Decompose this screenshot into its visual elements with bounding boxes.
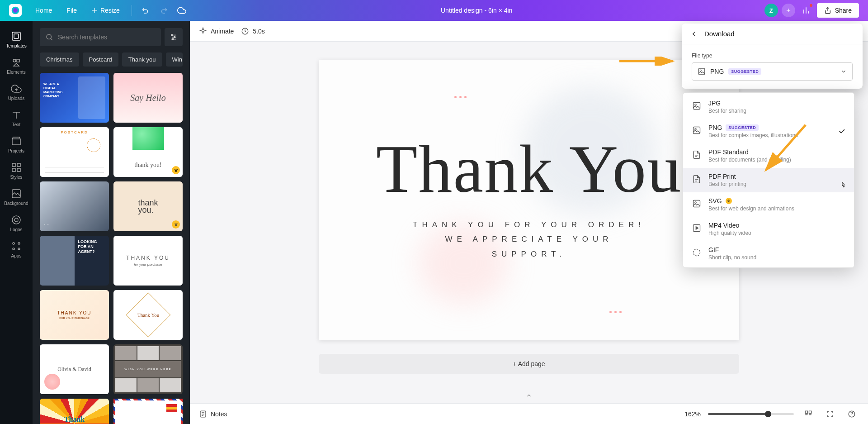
sidebar-item-apps[interactable]: Apps <box>0 236 33 262</box>
help-button[interactable] <box>844 407 859 421</box>
design-title[interactable]: Untitled design - 6in × 4in <box>441 7 512 14</box>
bottom-bar: Notes 162% <box>190 403 868 424</box>
svg-point-12 <box>12 216 20 224</box>
format-icon <box>691 100 702 111</box>
templates-grid: WE ARE ADIGITALMARKETINGCOMPANY Say Hell… <box>40 73 183 424</box>
notes-button[interactable]: Notes <box>199 410 227 418</box>
share-label: Share <box>835 7 852 14</box>
svg-point-4 <box>13 59 16 62</box>
template-thumb[interactable]: POSTCARD <box>40 127 109 177</box>
chip-thank-you[interactable]: Thank you <box>122 52 162 67</box>
canvas-body-text[interactable]: THANK YOU FOR YOUR ORDER! WE APPRECIATE … <box>413 218 645 262</box>
resize-button[interactable]: Resize <box>86 4 125 17</box>
dropdown-item-gif[interactable]: GIFShort clip, no sound <box>683 241 854 266</box>
sparkle-icon <box>199 27 207 35</box>
avatar[interactable]: Z <box>764 4 778 17</box>
annotation-arrow <box>619 57 678 66</box>
left-sidebar: Templates Elements Uploads Text Projects… <box>0 21 33 424</box>
zoom-value[interactable]: 162% <box>684 410 701 418</box>
duration-button[interactable]: 5.0s <box>241 27 264 35</box>
chip-winter[interactable]: Win <box>166 52 183 67</box>
undo-button[interactable] <box>138 3 153 18</box>
chip-christmas[interactable]: Christmas <box>40 52 79 67</box>
template-thumb[interactable]: ThankYou <box>40 399 109 424</box>
sidebar-label: Logos <box>10 227 22 232</box>
canva-logo[interactable] <box>9 4 22 17</box>
back-button[interactable] <box>690 30 698 38</box>
sidebar-item-styles[interactable]: Styles <box>0 157 33 184</box>
template-thumb[interactable]: Say Hello <box>113 73 183 123</box>
option-title: PDF Standard <box>708 148 749 156</box>
chip-postcard[interactable]: Postcard <box>83 52 118 67</box>
template-thumb[interactable]: THANK YOUfor your purchase <box>113 236 183 286</box>
sidebar-item-uploads[interactable]: Uploads <box>0 79 33 105</box>
file-button[interactable]: File <box>61 4 82 17</box>
template-thumb[interactable]: WE ARE ADIGITALMARKETINGCOMPANY <box>40 73 109 123</box>
svg-marker-6 <box>14 63 19 66</box>
sidebar-item-text[interactable]: Text <box>0 105 33 131</box>
dropdown-item-svg[interactable]: SVG♛Best for web design and animations <box>683 192 854 217</box>
text-line: WE APPRECIATE YOUR <box>413 232 645 247</box>
cloud-sync-icon[interactable] <box>175 3 189 18</box>
svg-rect-3 <box>14 34 19 38</box>
svg-point-16 <box>13 248 14 250</box>
search-box[interactable] <box>40 28 161 46</box>
share-button[interactable]: Share <box>817 3 859 18</box>
sidebar-item-logos[interactable]: Logos <box>0 210 33 236</box>
dropdown-item-mp4-video[interactable]: MP4 VideoHigh quality video <box>683 217 854 241</box>
cursor-pointer-icon <box>840 181 848 190</box>
sidebar-label: Uploads <box>8 96 25 101</box>
template-thumb[interactable]: THANK YOUFOR YOUR PURCHASE <box>40 290 109 340</box>
sidebar-item-templates[interactable]: Templates <box>0 26 33 52</box>
template-thumb[interactable]: Thank You <box>113 290 183 340</box>
slider-thumb[interactable] <box>765 411 771 417</box>
template-thumb[interactable]: thank you!♛ <box>113 127 183 177</box>
template-thumb[interactable] <box>113 399 183 424</box>
svg-point-26 <box>695 104 696 105</box>
grid-view-button[interactable] <box>801 407 816 421</box>
fullscreen-button[interactable] <box>823 407 837 421</box>
sidebar-label: Text <box>12 122 20 127</box>
template-thumb[interactable]: WISH YOU WERE HERE <box>113 344 183 394</box>
dropdown-item-jpg[interactable]: JPGBest for sharing <box>683 95 854 119</box>
svg-point-18 <box>47 34 52 39</box>
option-desc: High quality video <box>708 230 846 236</box>
option-desc: Best for sharing <box>708 108 846 114</box>
download-panel: Download File type PNG SUGGESTED <box>682 24 863 89</box>
add-page-button[interactable]: + Add page <box>319 354 739 374</box>
insights-button[interactable] <box>799 3 813 18</box>
crown-icon: ♛ <box>726 198 732 204</box>
template-thumb[interactable]: thankyou.♛ <box>113 181 183 231</box>
option-desc: Short clip, no sound <box>708 254 846 261</box>
sidebar-item-elements[interactable]: Elements <box>0 52 33 79</box>
sidebar-item-background[interactable]: Background <box>0 184 33 210</box>
svg-rect-29 <box>693 200 700 207</box>
design-canvas[interactable]: Thank You THANK YOU FOR YOUR ORDER! WE A… <box>319 60 739 340</box>
animate-button[interactable]: Animate <box>199 27 234 35</box>
option-title: PDF Print <box>708 173 736 180</box>
home-button[interactable]: Home <box>30 4 57 17</box>
svg-point-21 <box>172 38 174 40</box>
svg-rect-8 <box>17 163 20 167</box>
search-input[interactable] <box>58 33 156 41</box>
option-title: SVG <box>708 197 722 205</box>
chevron-down-icon <box>840 68 847 75</box>
add-member-button[interactable] <box>782 4 795 17</box>
page-nav-button[interactable] <box>526 392 532 399</box>
sidebar-item Projects[interactable]: Projects <box>0 131 33 157</box>
svg-point-14 <box>13 243 14 244</box>
format-icon <box>691 174 702 185</box>
sliders-icon <box>170 33 178 41</box>
template-thumb[interactable]: LOOKINGFOR ANAGENT? <box>40 236 109 286</box>
top-toolbar: Home File Resize Untitled design - 6in ×… <box>0 0 868 21</box>
template-thumb[interactable]: Olivia & David <box>40 344 109 394</box>
panel-title: Download <box>704 30 735 38</box>
filter-button[interactable] <box>165 28 183 46</box>
canvas-heading[interactable]: Thank You <box>376 138 682 200</box>
template-thumb[interactable]: "..." <box>40 181 109 231</box>
file-type-select[interactable]: PNG SUGGESTED <box>692 62 853 81</box>
zoom-slider[interactable] <box>708 413 794 415</box>
suggested-badge: SUGGESTED <box>728 68 761 75</box>
redo-button[interactable] <box>156 3 171 18</box>
slider-fill <box>708 413 768 415</box>
